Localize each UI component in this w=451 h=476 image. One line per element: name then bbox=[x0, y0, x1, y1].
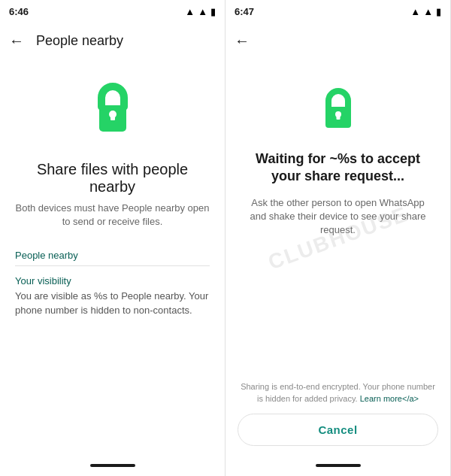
wifi-icon-2: ▲ bbox=[410, 6, 420, 17]
cancel-button[interactable]: Cancel bbox=[238, 414, 438, 446]
lock-icon-medium bbox=[241, 83, 435, 135]
status-time-2: 6:47 bbox=[235, 6, 254, 17]
status-bar-2: 6:47 ▲ ▲ ▮ bbox=[226, 0, 450, 21]
bottom-bar-2 bbox=[226, 458, 450, 476]
app-bar-2: ← bbox=[226, 21, 450, 60]
wifi-icon: ▲ bbox=[185, 6, 195, 17]
section-label-people-nearby: People nearby bbox=[15, 244, 210, 266]
status-time-1: 6:46 bbox=[9, 6, 29, 17]
signal-icon-2: ▲ bbox=[423, 6, 433, 17]
screen2-content: Waiting for ~%s to accept your share req… bbox=[226, 60, 450, 372]
bottom-area-2: Sharing is end-to-end encrypted. Your ph… bbox=[226, 372, 450, 458]
visibility-text: You are visible as %s to People nearby. … bbox=[15, 290, 210, 323]
lock-svg-large bbox=[79, 75, 147, 143]
screen1-content: Share files with people nearby Both devi… bbox=[0, 60, 225, 458]
home-indicator-2 bbox=[316, 464, 361, 467]
lock-svg-medium bbox=[312, 83, 365, 135]
back-button-1[interactable]: ← bbox=[9, 33, 24, 48]
home-indicator-1 bbox=[90, 464, 135, 467]
status-bar-1: 6:46 ▲ ▲ ▮ bbox=[0, 0, 225, 21]
status-icons-1: ▲ ▲ ▮ bbox=[185, 6, 216, 17]
svg-rect-5 bbox=[336, 114, 340, 120]
encryption-note: Sharing is end-to-end encrypted. Your ph… bbox=[238, 381, 438, 405]
battery-icon-2: ▮ bbox=[436, 6, 441, 17]
back-button-2[interactable]: ← bbox=[235, 33, 250, 48]
visibility-label: Your visibility bbox=[15, 269, 210, 290]
learn-more-link[interactable]: Learn more</a> bbox=[360, 394, 419, 403]
waiting-title: Waiting for ~%s to accept your share req… bbox=[241, 150, 435, 186]
screen-1: 6:46 ▲ ▲ ▮ ← People nearby Share files w… bbox=[0, 0, 226, 476]
page-title-1: People nearby bbox=[36, 33, 123, 49]
battery-icon: ▮ bbox=[210, 6, 216, 17]
share-title: Share files with people nearby bbox=[15, 161, 210, 196]
status-icons-2: ▲ ▲ ▮ bbox=[410, 6, 441, 17]
lock-icon-large bbox=[15, 75, 210, 143]
screen-2: 6:47 ▲ ▲ ▮ ← Waiting for ~%s to accept y… bbox=[226, 0, 451, 476]
share-subtitle: Both devices must have People nearby ope… bbox=[15, 202, 210, 229]
waiting-subtitle: Ask the other person to open WhatsApp an… bbox=[241, 196, 435, 238]
app-bar-1: ← People nearby bbox=[0, 21, 225, 60]
bottom-bar-1 bbox=[0, 458, 225, 476]
svg-rect-2 bbox=[110, 114, 115, 120]
signal-icon: ▲ bbox=[198, 6, 207, 17]
